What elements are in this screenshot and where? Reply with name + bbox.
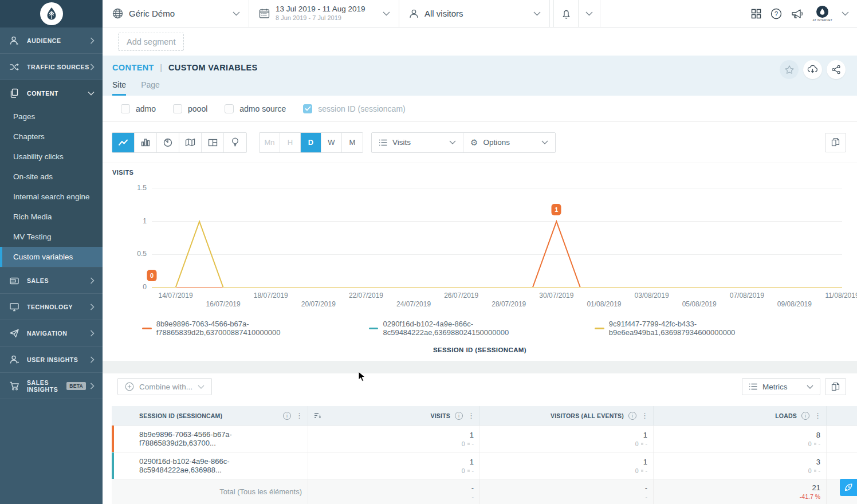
- export-table-button[interactable]: [825, 378, 846, 395]
- checkbox-admo-source[interactable]: admo source: [225, 104, 286, 113]
- column-header-visits[interactable]: VISITS: [431, 412, 450, 419]
- breadcrumb-section[interactable]: CONTENT: [112, 63, 154, 72]
- add-segment-button[interactable]: Add segment: [118, 33, 184, 51]
- sidebar-item-on-site-ads[interactable]: On-site ads: [0, 167, 103, 187]
- megaphone-icon[interactable]: [791, 9, 803, 19]
- map-button[interactable]: [179, 133, 202, 152]
- chevron-down-icon: [233, 11, 240, 16]
- date-range-selector[interactable]: 13 Jul 2019 - 11 Aug 2019 8 Jun 2019 - 7…: [249, 0, 399, 27]
- x-tick-label: 22/07/2019: [349, 292, 383, 300]
- period-minute-button[interactable]: Mn: [260, 133, 280, 152]
- checkbox-poool[interactable]: poool: [173, 104, 207, 113]
- checkbox-admo[interactable]: admo: [121, 104, 156, 113]
- sidebar-item-audience[interactable]: AUDIENCE: [0, 27, 103, 54]
- alerts-dropdown-chevron[interactable]: [578, 0, 600, 27]
- download-button[interactable]: [803, 60, 822, 79]
- sidebar-item-technology[interactable]: TECHNOLOGY: [0, 294, 103, 320]
- x-tick-label: 14/07/2019: [159, 292, 193, 300]
- help-icon[interactable]: ?: [770, 8, 782, 19]
- page-header: CONTENT | CUSTOM VARIABLES Site Page: [103, 56, 857, 96]
- mosaic-button[interactable]: [202, 133, 224, 152]
- account-chevron-icon[interactable]: [842, 11, 849, 16]
- sidebar-item-label: CONTENT: [27, 90, 88, 97]
- export-chart-button[interactable]: [825, 133, 846, 152]
- tab-site[interactable]: Site: [112, 80, 126, 96]
- notifications-bell-icon[interactable]: [554, 0, 578, 27]
- favorite-star-button[interactable]: [780, 60, 799, 79]
- topbar: Géric Démo 13 Jul 2019 - 11 Aug 2019 8 J…: [103, 0, 857, 27]
- monitor-icon: [9, 302, 22, 312]
- metric-dropdown[interactable]: Visits: [372, 133, 463, 152]
- column-header-visitors[interactable]: VISITORS (ALL EVENTS): [551, 412, 624, 419]
- period-month-button[interactable]: M: [342, 133, 363, 152]
- kebab-menu-icon[interactable]: ⋮: [467, 412, 475, 419]
- y-tick-label: 0.5: [137, 250, 147, 258]
- sidebar-item-label: TRAFFIC SOURCES: [27, 64, 90, 70]
- x-tick-label: 09/08/2019: [777, 300, 812, 308]
- sidebar-item-mv-testing[interactable]: MV Testing: [0, 227, 103, 247]
- apps-grid-icon[interactable]: [751, 9, 761, 19]
- info-icon[interactable]: i: [628, 412, 636, 420]
- alerts-control: [553, 0, 600, 27]
- segment-selector[interactable]: All visitors: [399, 0, 550, 27]
- brand-logo[interactable]: [0, 0, 103, 27]
- session-id-value[interactable]: 0290f16d-b102-4a9e-866c-8c59484222ae,636…: [139, 457, 308, 474]
- sidebar-item-label: NAVIGATION: [27, 330, 90, 337]
- sidebar-item-content[interactable]: CONTENT: [0, 80, 103, 107]
- line-chart-button[interactable]: [112, 133, 135, 152]
- period-hour-button[interactable]: H: [280, 133, 301, 152]
- sidebar-item-usability-clicks[interactable]: Usability clicks: [0, 147, 103, 167]
- metrics-dropdown[interactable]: Metrics: [742, 378, 820, 395]
- tab-page[interactable]: Page: [141, 80, 160, 96]
- sidebar-item-user-insights[interactable]: USER INSIGHTS: [0, 346, 103, 373]
- info-icon[interactable]: i: [455, 412, 463, 420]
- pie-chart-button[interactable]: [157, 133, 179, 152]
- checkbox-session-id[interactable]: session ID (sessioncam): [303, 104, 406, 113]
- options-dropdown[interactable]: ⚙ Options: [463, 133, 555, 152]
- sort-icon[interactable]: [314, 412, 321, 419]
- info-icon[interactable]: i: [283, 412, 291, 420]
- chevron-right-icon: [90, 64, 95, 70]
- checkbox-box-checked: [303, 104, 312, 113]
- period-day-button[interactable]: D: [301, 133, 321, 152]
- feedback-rocket-button[interactable]: [840, 479, 857, 496]
- sidebar-item-label: USER INSIGHTS: [27, 356, 90, 363]
- legend-item[interactable]: 0290f16d-b102-4a9e-866c-8c59484222ae,636…: [369, 320, 595, 337]
- sidebar-item-navigation[interactable]: NAVIGATION: [0, 320, 103, 346]
- sidebar-item-chapters[interactable]: Chapters: [0, 127, 103, 147]
- column-header-session-id[interactable]: SESSION ID (SESSIONCAM): [139, 412, 222, 419]
- metric-options-group: Visits ⚙ Options: [371, 132, 556, 153]
- sidebar-item-sales-insights[interactable]: SALES INSIGHTS BETA: [0, 373, 103, 399]
- sidebar-item-custom-variables[interactable]: Custom variables: [0, 247, 103, 267]
- kebab-menu-icon[interactable]: ⋮: [641, 412, 648, 419]
- topbar-right-icons: ? AT INTERNET: [751, 0, 857, 27]
- sidebar-item-sales[interactable]: SALES: [0, 267, 103, 294]
- combine-with-button[interactable]: Combine with...: [117, 378, 212, 395]
- period-week-button[interactable]: W: [321, 133, 342, 152]
- chevron-right-icon: [90, 383, 95, 389]
- sidebar-item-pages[interactable]: Pages: [0, 107, 103, 127]
- line-chart-plot[interactable]: 01: [152, 188, 842, 288]
- table-row[interactable]: 8b9e9896-7063-4566-b67a-f78865839d2b,637…: [112, 426, 857, 452]
- legend-item[interactable]: 9c91f447-7799-42fc-b433-b9e6ea949ba1,636…: [595, 320, 819, 337]
- session-id-value[interactable]: 8b9e9896-7063-4566-b67a-f78865839d2b,637…: [139, 430, 308, 447]
- table-section: Combine with... Metrics: [103, 373, 857, 504]
- sidebar-item-internal-search-engine[interactable]: Internal search engine: [0, 187, 103, 207]
- sidebar-item-rich-media[interactable]: Rich Media: [0, 207, 103, 227]
- column-header-loads[interactable]: LOADS: [775, 412, 797, 419]
- legend-item[interactable]: 8b9e9896-7063-4566-b67a-f78865839d2b,637…: [142, 320, 369, 337]
- x-tick-label: 26/07/2019: [444, 292, 478, 300]
- bar-chart-button[interactable]: [135, 133, 157, 152]
- insight-bulb-button[interactable]: [224, 133, 246, 152]
- kebab-menu-icon[interactable]: ⋮: [814, 412, 821, 419]
- site-selector[interactable]: Géric Démo: [103, 0, 249, 27]
- kebab-menu-icon[interactable]: ⋮: [296, 412, 303, 419]
- account-menu[interactable]: AT INTERNET: [812, 6, 832, 22]
- sidebar-item-traffic-sources[interactable]: TRAFFIC SOURCES: [0, 54, 103, 80]
- chart-toolbar: Mn H D W M Visits ⚙ Options: [103, 122, 857, 163]
- info-icon[interactable]: i: [801, 412, 809, 420]
- table-row[interactable]: 0290f16d-b102-4a9e-866c-8c59484222ae,636…: [112, 452, 857, 479]
- beta-badge: BETA: [66, 382, 86, 390]
- share-button[interactable]: [827, 60, 846, 79]
- chart-legend: 8b9e9896-7063-4566-b67a-f78865839d2b,637…: [112, 320, 847, 337]
